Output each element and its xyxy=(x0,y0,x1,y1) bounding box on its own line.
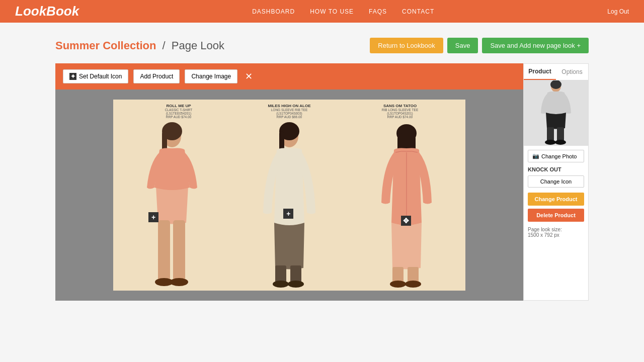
model-section-1: + xyxy=(113,120,230,291)
page-content: Summer Collection / Page Look Return to … xyxy=(45,23,599,316)
svg-rect-3 xyxy=(158,220,170,281)
save-button[interactable]: Save xyxy=(447,38,478,53)
model-svg-3 xyxy=(366,122,447,288)
delete-product-button[interactable]: Delete Product xyxy=(528,209,584,222)
editor-left: ✦ Set Default Icon Add Product Change Im… xyxy=(55,63,523,301)
return-button[interactable]: Return to Lookbook xyxy=(370,38,443,53)
model-svg-2 xyxy=(249,122,330,288)
tab-options[interactable]: Options xyxy=(556,64,588,80)
canvas-area: ROLL ME UP CLASSIC T-SHIRT (LS1TEE054201… xyxy=(55,89,523,301)
product-label-1: ROLL ME UP CLASSIC T-SHIRT (LS1TEE054201… xyxy=(123,104,234,119)
nav-dashboard[interactable]: DASHBOARD xyxy=(252,8,295,15)
change-image-button[interactable]: Change Image xyxy=(185,69,237,83)
model-section-2: + xyxy=(230,120,348,291)
tab-product[interactable]: Product xyxy=(524,64,556,80)
pin-icon-3[interactable]: ✥ xyxy=(401,216,411,226)
pin-icon-1[interactable]: + xyxy=(148,212,158,222)
model-svg-1 xyxy=(132,122,212,288)
thumb-model-svg xyxy=(528,80,584,146)
change-product-button[interactable]: Change Product xyxy=(528,193,584,206)
svg-point-27 xyxy=(555,140,566,145)
models-row: + xyxy=(113,100,465,291)
editor-right-panel: Product Options xyxy=(523,63,589,301)
set-default-icon-button[interactable]: ✦ Set Default Icon xyxy=(63,69,128,83)
panel-tabs: Product Options xyxy=(524,64,588,80)
svg-rect-24 xyxy=(547,127,554,141)
main-nav: DASHBOARD HOW TO USE FAQS CONTACT xyxy=(252,8,434,15)
close-icon[interactable]: ✕ xyxy=(245,71,253,82)
svg-rect-4 xyxy=(173,220,185,281)
svg-point-13 xyxy=(288,281,304,288)
panel-body: 📷 Change Photo KNOCK OUT Change Icon Cha… xyxy=(524,146,588,242)
save-add-button[interactable]: Save and Add new page look + xyxy=(482,38,589,53)
page-size-info: Page look size: 1500 x 792 px xyxy=(528,227,584,238)
svg-point-26 xyxy=(545,140,556,145)
model-section-3: ✥ xyxy=(348,120,465,291)
header-actions: Return to Lookbook Save Save and Add new… xyxy=(370,38,589,53)
add-product-button[interactable]: Add Product xyxy=(133,69,180,83)
svg-rect-10 xyxy=(275,265,286,283)
breadcrumb: Summer Collection / Page Look xyxy=(55,39,224,52)
svg-rect-11 xyxy=(290,265,301,283)
nav-faqs[interactable]: FAQS xyxy=(369,8,387,15)
breadcrumb-separator: / xyxy=(163,39,166,52)
lookbook-image: ROLL ME UP CLASSIC T-SHIRT (LS1TEE054201… xyxy=(113,100,465,291)
collection-name[interactable]: Summer Collection xyxy=(55,39,156,52)
app-header: LookBook DASHBOARD HOW TO USE FAQS CONTA… xyxy=(0,0,644,23)
svg-point-6 xyxy=(170,278,188,286)
product-thumbnail xyxy=(524,80,588,146)
knockout-label: KNOCK OUT xyxy=(528,166,584,172)
svg-point-12 xyxy=(273,281,289,288)
editor-toolbar: ✦ Set Default Icon Add Product Change Im… xyxy=(55,63,523,89)
nav-how-to-use[interactable]: HOW TO USE xyxy=(310,8,354,15)
nav-contact[interactable]: CONTACT xyxy=(402,8,434,15)
product-label-3: SANS OM TATOO RIB LONG SLEEVE TEE (LS1TO… xyxy=(345,104,455,119)
page-header: Summer Collection / Page Look Return to … xyxy=(55,38,589,53)
logout-button[interactable]: Log Out xyxy=(607,8,629,15)
svg-point-20 xyxy=(390,281,406,288)
change-icon-button[interactable]: Change Icon xyxy=(528,175,584,188)
editor-container: ✦ Set Default Icon Add Product Change Im… xyxy=(55,63,589,301)
svg-point-21 xyxy=(405,281,421,288)
app-logo: LookBook xyxy=(15,4,79,19)
pin-icon-2[interactable]: + xyxy=(283,209,293,219)
svg-rect-25 xyxy=(557,127,564,141)
page-look-label: Page Look xyxy=(172,39,224,52)
product-label-2: MILES HIGH ON ALOE LONG SLEEVE RIB TEE (… xyxy=(234,104,345,119)
camera-icon: 📷 xyxy=(532,153,539,159)
plus-icon: ✦ xyxy=(69,73,76,80)
change-photo-button[interactable]: 📷 Change Photo xyxy=(528,150,584,162)
